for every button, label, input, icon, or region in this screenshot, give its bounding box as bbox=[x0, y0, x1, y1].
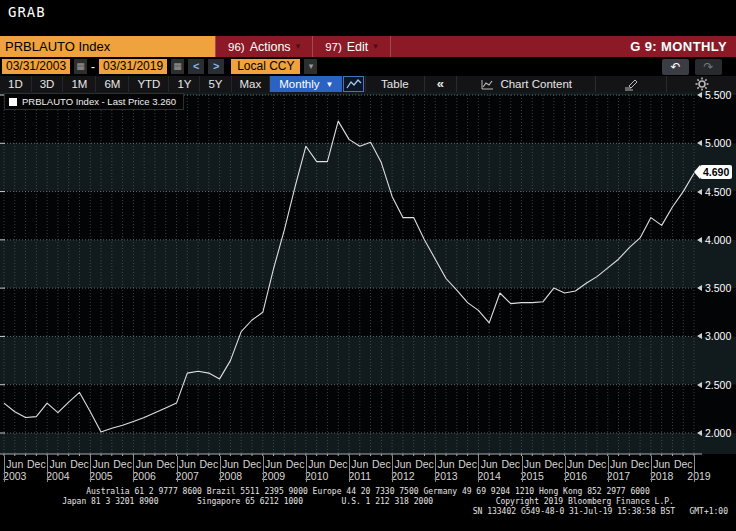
y-axis-tick: 3.000 bbox=[697, 330, 731, 342]
x-axis-month-label: Dec bbox=[372, 458, 391, 470]
x-axis-month-label: Dec bbox=[674, 458, 693, 470]
period-button-3d[interactable]: 3D bbox=[31, 76, 63, 92]
page-indicator: G 9: MONTHLY bbox=[630, 36, 736, 57]
x-axis-month-label: Jun bbox=[351, 458, 368, 470]
period-button-1y[interactable]: 1Y bbox=[168, 76, 199, 92]
x-axis-year-label: 2016 bbox=[564, 470, 587, 482]
annotate-button[interactable] bbox=[595, 76, 666, 92]
collapse-panel-button[interactable]: « bbox=[424, 76, 457, 92]
x-axis-month-label: Dec bbox=[286, 458, 305, 470]
x-axis-month-label: Dec bbox=[631, 458, 650, 470]
price-chart-plot[interactable] bbox=[0, 92, 736, 456]
chart-legend[interactable]: PRBLAUTO Index - Last Price 3.260 bbox=[5, 94, 183, 109]
x-axis-year-label: 2009 bbox=[262, 470, 285, 482]
period-button-5y[interactable]: 5Y bbox=[199, 76, 230, 92]
start-date-field[interactable]: 03/31/2003 bbox=[2, 59, 70, 74]
plot-background-band bbox=[0, 143, 736, 191]
tick-arrow-icon bbox=[697, 92, 702, 98]
currency-select[interactable]: Local CCY bbox=[231, 59, 300, 74]
period-button-ytd[interactable]: YTD bbox=[128, 76, 168, 92]
x-axis-month-label: Dec bbox=[329, 458, 348, 470]
x-axis-month-label: Jun bbox=[524, 458, 541, 470]
x-axis-year-separator bbox=[392, 456, 393, 482]
y-axis-tick-label: 2.000 bbox=[705, 427, 731, 439]
x-axis-year-separator bbox=[565, 456, 566, 482]
range-forward-button[interactable]: > bbox=[208, 59, 224, 74]
calendar-icon[interactable]: ▦ bbox=[74, 59, 87, 74]
actions-label: Actions bbox=[250, 40, 291, 54]
y-axis-tick: 4.000 bbox=[697, 234, 731, 246]
x-axis-year-separator bbox=[263, 456, 264, 482]
x-axis-year-label: 2019 bbox=[687, 470, 710, 482]
x-axis-year-separator bbox=[608, 456, 609, 482]
x-axis-month-label: Jun bbox=[308, 458, 325, 470]
window-command-title: GRAB bbox=[8, 4, 46, 20]
tick-arrow-icon bbox=[697, 333, 702, 339]
x-axis-month-label: Jun bbox=[567, 458, 584, 470]
x-axis-month-label: Jun bbox=[610, 458, 627, 470]
x-axis-month-label: Dec bbox=[200, 458, 219, 470]
y-axis-tick-label: 5.000 bbox=[705, 137, 731, 149]
chevron-down-icon: ▾ bbox=[373, 36, 378, 57]
y-axis-tick: 5.000 bbox=[697, 137, 731, 149]
currency-dropdown-caret-icon[interactable]: ▾ bbox=[304, 59, 317, 74]
x-axis-month-label: Jun bbox=[49, 458, 66, 470]
x-axis-month-label: Jun bbox=[6, 458, 23, 470]
tick-arrow-icon bbox=[697, 140, 702, 146]
redo-button[interactable]: ↷ bbox=[695, 59, 722, 75]
tick-arrow-icon bbox=[697, 237, 702, 243]
x-axis-month-label: Dec bbox=[501, 458, 520, 470]
period-button-1m[interactable]: 1M bbox=[62, 76, 95, 92]
plot-background-band bbox=[0, 385, 736, 433]
chevron-down-icon: ▾ bbox=[296, 36, 301, 57]
x-axis-year-label: 2003 bbox=[3, 470, 26, 482]
chevron-down-icon: ▼ bbox=[326, 80, 334, 89]
x-axis-year-separator bbox=[47, 456, 48, 482]
plot-background-band bbox=[0, 336, 736, 384]
x-axis-month-label: Jun bbox=[179, 458, 196, 470]
y-axis-tick: 2.500 bbox=[697, 379, 731, 391]
actions-menu-button[interactable]: 96) Actions ▾ bbox=[215, 36, 312, 57]
x-axis-month-label: Jun bbox=[438, 458, 455, 470]
x-axis-year-separator bbox=[522, 456, 523, 482]
y-axis-tick-label: 3.000 bbox=[705, 330, 731, 342]
x-axis-month-label: Jun bbox=[481, 458, 498, 470]
x-axis-year-separator bbox=[133, 456, 134, 482]
end-date-field[interactable]: 03/31/2019 bbox=[99, 59, 167, 74]
calendar-icon[interactable]: ▦ bbox=[171, 59, 184, 74]
mini-chart-icon bbox=[480, 78, 494, 91]
undo-button[interactable]: ↶ bbox=[662, 59, 689, 75]
tick-arrow-icon bbox=[697, 430, 702, 436]
plot-background-band bbox=[0, 288, 736, 336]
y-axis-tick-label: 4.500 bbox=[705, 186, 731, 198]
chart-content-button[interactable]: Chart Content bbox=[456, 76, 595, 92]
bloomberg-terminal-screen: GRAB PRBLAUTO Index 96) Actions ▾ 97) Ed… bbox=[0, 0, 736, 531]
edit-menu-button[interactable]: 97) Edit ▾ bbox=[312, 36, 390, 57]
tick-arrow-icon bbox=[697, 382, 702, 388]
x-axis-year-label: 2008 bbox=[219, 470, 242, 482]
terminal-footer: Australia 61 2 9777 8600 Brazil 5511 239… bbox=[0, 487, 736, 517]
edit-shortcut-number: 97) bbox=[325, 41, 342, 53]
series-legend-label: PRBLAUTO Index - Last Price 3.260 bbox=[22, 96, 176, 107]
tick-arrow-icon bbox=[697, 189, 702, 195]
footer-contact-line-1: Australia 61 2 9777 8600 Brazil 5511 239… bbox=[0, 487, 736, 497]
x-axis-year-separator bbox=[177, 456, 178, 482]
period-button-6m[interactable]: 6M bbox=[95, 76, 128, 92]
period-button-1d[interactable]: 1D bbox=[0, 76, 31, 92]
series-color-swatch bbox=[9, 98, 17, 106]
frequency-dropdown[interactable]: Monthly ▼ bbox=[269, 76, 342, 92]
security-ticker-field[interactable]: PRBLAUTO Index bbox=[0, 36, 215, 57]
x-axis-year-separator bbox=[4, 456, 5, 482]
line-chart-icon bbox=[346, 78, 362, 90]
table-button[interactable]: Table bbox=[365, 76, 424, 92]
line-chart-type-button[interactable] bbox=[343, 76, 364, 92]
x-axis-month-label: Dec bbox=[27, 458, 46, 470]
range-back-button[interactable]: < bbox=[188, 59, 204, 74]
period-button-max[interactable]: Max bbox=[231, 76, 270, 92]
x-axis-month-label: Dec bbox=[243, 458, 262, 470]
x-axis-month-label: Jun bbox=[93, 458, 110, 470]
x-axis-year-separator bbox=[478, 456, 479, 482]
x-axis-year-separator bbox=[435, 456, 436, 482]
x-axis-month-label: Dec bbox=[588, 458, 607, 470]
x-axis-year-label: 2005 bbox=[89, 470, 112, 482]
